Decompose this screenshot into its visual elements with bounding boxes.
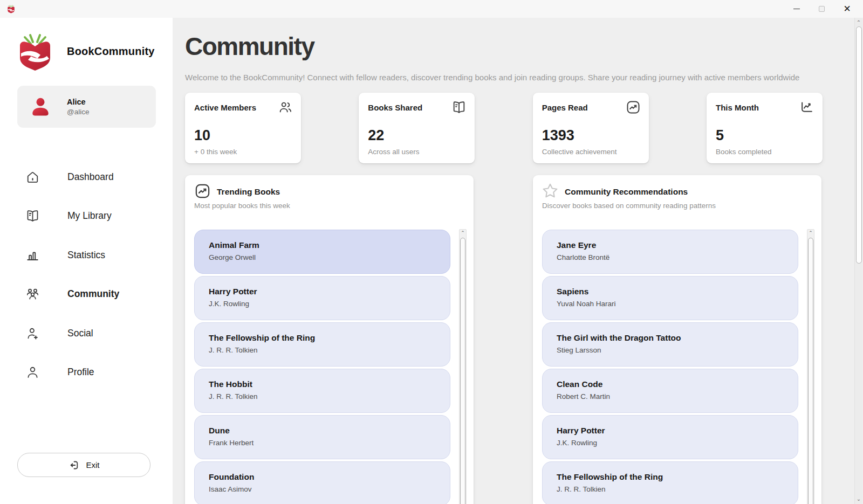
book-title: Harry Potter — [557, 426, 798, 436]
book-title: The Fellowship of the Ring — [557, 472, 798, 482]
maximize-icon — [819, 6, 825, 12]
book-list-item[interactable]: The Hobbit J. R. R. Tolkien — [194, 369, 450, 413]
stat-label: Books Shared — [368, 103, 422, 112]
recommendations-list: Jane Eyre Charlotte Brontë Sapiens Yuval… — [542, 230, 798, 504]
book-title: Harry Potter — [209, 287, 450, 296]
recommendations-title: Community Recommendations — [565, 187, 688, 197]
sidebar-item-my-library[interactable]: My Library — [0, 197, 173, 236]
sign-out-icon — [68, 459, 81, 472]
chart-line-icon — [799, 100, 814, 115]
page-subtitle: Welcome to the BookCommunity! Connect wi… — [185, 73, 799, 82]
book-list-item[interactable]: Foundation Isaac Asimov — [194, 461, 450, 504]
trending-up-icon — [626, 100, 641, 115]
brand: BookCommunity — [15, 31, 155, 72]
stat-card-this-month: This Month 5 Books completed — [707, 93, 823, 163]
close-button[interactable]: ✕ — [834, 0, 860, 18]
book-author: Frank Herbert — [209, 439, 450, 447]
book-title: Clean Code — [557, 379, 798, 389]
sidebar-item-dashboard[interactable]: Dashboard — [0, 157, 173, 197]
book-list-item[interactable]: Jane Eyre Charlotte Brontë — [542, 230, 798, 274]
stat-value: 1393 — [542, 127, 574, 144]
book-author: Stieg Larsson — [557, 346, 798, 354]
recommendations-scrollbar-thumb[interactable] — [808, 238, 813, 504]
minimize-icon — [793, 9, 800, 9]
book-list-item[interactable]: Sapiens Yuval Noah Harari — [542, 276, 798, 320]
open-book-icon — [451, 100, 467, 115]
book-list-item[interactable]: The Fellowship of the Ring J. R. R. Tolk… — [542, 461, 798, 504]
trending-books-panel: Trending Books Most popular books this w… — [185, 175, 474, 504]
stat-subtext: Books completed — [716, 148, 772, 156]
trending-up-icon — [194, 183, 211, 199]
sidebar-item-social[interactable]: Social — [0, 314, 173, 353]
page-title: Community — [185, 32, 314, 61]
book-title: Animal Farm — [209, 240, 450, 250]
exit-button[interactable]: Exit — [17, 453, 150, 477]
sidebar: BookCommunity Alice @alice Dashboard — [0, 18, 173, 504]
avatar-icon — [29, 95, 52, 118]
book-title: Jane Eyre — [557, 240, 798, 250]
book-list-item[interactable]: The Fellowship of the Ring J. R. R. Tolk… — [194, 322, 450, 367]
book-author: J. R. R. Tolkien — [209, 346, 450, 354]
sidebar-item-statistics[interactable]: Statistics — [0, 236, 173, 275]
stat-subtext: + 0 this week — [194, 148, 237, 156]
trending-books-title: Trending Books — [217, 187, 280, 197]
book-list-item[interactable]: Harry Potter J.K. Rowling — [194, 276, 450, 320]
stat-subtext: Collective achievement — [542, 148, 617, 156]
stat-label: Active Members — [194, 103, 256, 112]
recommendations-list-scrollbar[interactable]: ⌃ — [807, 229, 814, 504]
brand-name: BookCommunity — [67, 45, 155, 58]
sidebar-nav: Dashboard My Library Statistics Communit… — [0, 157, 173, 392]
scroll-up-icon[interactable]: ⌃ — [807, 230, 814, 236]
trending-scrollbar-thumb[interactable] — [460, 238, 465, 504]
trending-list-scrollbar[interactable]: ⌃ — [459, 229, 467, 504]
book-title: The Girl with the Dragon Tattoo — [557, 333, 798, 343]
book-title: The Hobbit — [209, 379, 450, 389]
book-author: J.K. Rowling — [209, 300, 450, 308]
stat-card-books-shared: Books Shared 22 Across all users — [359, 93, 475, 163]
main-content: Community Welcome to the BookCommunity! … — [173, 18, 863, 504]
book-list-item[interactable]: Dune Frank Herbert — [194, 415, 450, 459]
star-icon — [541, 182, 559, 200]
book-list-item[interactable]: Harry Potter J.K. Rowling — [542, 415, 798, 459]
book-author: J.K. Rowling — [557, 439, 798, 447]
book-author: George Orwell — [209, 253, 450, 261]
book-author: J. R. R. Tolkien — [209, 392, 450, 401]
trending-books-list: Animal Farm George Orwell Harry Potter J… — [194, 230, 450, 504]
book-title: Sapiens — [557, 287, 798, 296]
recommendations-subtitle: Discover books based on community readin… — [542, 202, 716, 210]
people-icon — [278, 100, 293, 115]
home-icon — [25, 170, 40, 184]
book-author: Yuval Noah Harari — [557, 300, 798, 308]
book-title: The Fellowship of the Ring — [209, 333, 450, 343]
sidebar-item-community[interactable]: Community — [0, 275, 173, 314]
book-author: Charlotte Brontë — [557, 253, 798, 261]
scroll-up-icon[interactable]: ⌃ — [460, 230, 466, 236]
maximize-button[interactable] — [809, 0, 834, 18]
stat-card-pages-read: Pages Read 1393 Collective achievement — [533, 93, 649, 163]
book-title: Dune — [209, 426, 450, 436]
stat-value: 5 — [716, 127, 724, 144]
book-list-item[interactable]: The Girl with the Dragon Tattoo Stieg La… — [542, 322, 798, 367]
titlebar: ✕ — [0, 0, 863, 18]
person-add-icon — [25, 326, 40, 341]
sidebar-item-profile[interactable]: Profile — [0, 353, 173, 392]
book-list-item[interactable]: Clean Code Robert C. Martin — [542, 369, 798, 413]
stat-card-active-members: Active Members 10 + 0 this week — [185, 93, 301, 163]
book-community-logo-icon — [15, 31, 55, 72]
minimize-button[interactable] — [784, 0, 809, 18]
book-author: Robert C. Martin — [557, 392, 798, 401]
stat-value: 22 — [368, 127, 384, 144]
book-author: J. R. R. Tolkien — [557, 485, 798, 493]
exit-label: Exit — [86, 460, 99, 470]
stat-label: This Month — [716, 103, 759, 112]
stat-subtext: Across all users — [368, 148, 419, 156]
trending-books-subtitle: Most popular books this week — [194, 202, 290, 210]
stats-row: Active Members 10 + 0 this week Books Sh… — [185, 93, 823, 163]
people-group-icon — [25, 287, 40, 301]
stat-label: Pages Read — [542, 103, 588, 112]
book-title: Foundation — [209, 472, 450, 482]
stat-value: 10 — [194, 127, 210, 144]
user-name: Alice — [67, 98, 89, 106]
book-list-item[interactable]: Animal Farm George Orwell — [194, 230, 450, 274]
app-logo-icon — [6, 4, 16, 13]
